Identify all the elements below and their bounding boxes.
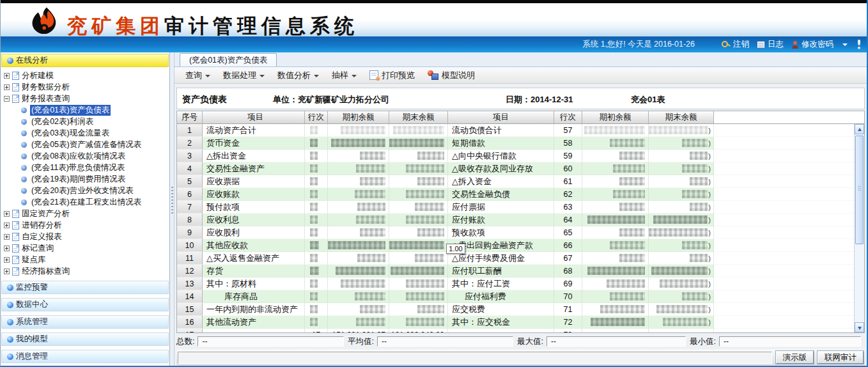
demo-version-button[interactable]: 演示版 [776, 351, 814, 364]
log-link[interactable]: 日志 [757, 39, 784, 50]
table-row[interactable]: 4 交易性金融资产 △吸收存款及同业存放 60 [177, 162, 854, 175]
amount-cell [649, 252, 714, 265]
filler-cell [714, 162, 854, 175]
column-header[interactable]: 期初余额 [328, 111, 389, 124]
tree-branch-inventory[interactable]: 进销存分析 [4, 219, 168, 231]
system-bar: 系统 1,您好! 今天是 2016-01-26 注销 日志 修改密码 [1, 36, 867, 52]
table-row[interactable]: 3 △拆出资金 △向中央银行借款 59 [177, 150, 854, 162]
column-header[interactable]: 期末余额 [389, 111, 448, 124]
online-audit-button[interactable]: 联网审计 [818, 351, 864, 364]
table-row[interactable]: 2 货币资金 短期借款 58 [177, 137, 854, 150]
change-password-link[interactable]: 修改密码 [791, 39, 833, 50]
tree-branch-analysis-modeling[interactable]: 分析建模 [4, 70, 168, 81]
line-cell [305, 150, 328, 162]
table-row[interactable]: 8 应收利息 应付账款 64 [177, 214, 854, 226]
sidebar-section-my-models[interactable]: 我的模型 [1, 332, 169, 346]
tree-leaf-report-05[interactable]: (兖会05表)资产减值准备情况表 [4, 139, 168, 150]
scroll-down-button[interactable] [855, 322, 864, 332]
column-header[interactable]: 期末余额 [649, 111, 714, 124]
tree-leaf-report-02[interactable]: (兖会02表)利润表 [4, 116, 168, 127]
table-row[interactable]: 7 预付款项 应付票据 63 [177, 201, 854, 214]
table-row[interactable]: 12 存货 应付职工薪酬 68 [177, 265, 854, 277]
table-row-partial[interactable]: 17 17 151,021,001.37 101,000,040.00 73 [177, 329, 854, 333]
filler-cell [714, 124, 854, 137]
table-row[interactable]: 16 其他流动资产 其中：应交税金 72 [177, 316, 854, 329]
tree-leaf-report-01[interactable]: (兖会01表)资产负债表 [4, 104, 168, 116]
dropdown-caret-icon[interactable] [842, 43, 848, 46]
column-header[interactable]: 期初余额 [582, 111, 649, 124]
amount-cell [389, 124, 448, 137]
table-row[interactable]: 6 应收账款 交易性金融负债 62 [177, 188, 854, 201]
sampling-menu-button[interactable]: 抽样 [326, 68, 362, 83]
line-cell [305, 201, 328, 214]
table-row[interactable]: 10 其他应收款 △卖出回购金融资产款 66 [177, 239, 854, 252]
logout-link[interactable]: 注销 [722, 39, 749, 50]
tree-branch-financial-reports[interactable]: 财务报表查询 [4, 93, 168, 104]
table-row[interactable]: 9 应收股利 预收款项 65 [177, 226, 854, 239]
expand-icon[interactable] [4, 269, 10, 274]
sidebar-section-system-management[interactable]: 系统管理 [1, 315, 169, 329]
amount-cell [649, 226, 714, 239]
tree-leaf-report-08[interactable]: (兖会08表)应收款项情况表 [4, 150, 168, 162]
amount-cell [328, 175, 389, 188]
table-row[interactable]: 5 应收票据 △拆入资金 61 [177, 175, 854, 188]
tree-branch-fixed-assets[interactable]: 固定资产分析 [4, 208, 168, 219]
vertical-scrollbar[interactable] [854, 124, 864, 332]
expand-icon[interactable] [4, 84, 10, 90]
blurred-value [310, 215, 318, 224]
scroll-up-button[interactable] [855, 124, 864, 134]
expand-icon[interactable] [4, 211, 10, 217]
query-menu-button[interactable]: 查询 [180, 68, 216, 83]
model-description-button[interactable]: 模型说明 [422, 68, 481, 83]
report-title: 资产负债表 [182, 94, 227, 105]
sidebar-section-monitoring[interactable]: 监控预警 [1, 281, 169, 294]
table-row[interactable]: 15 一年内到期的非流动资产 应交税费 71 [177, 303, 854, 316]
column-header[interactable]: 项目 [203, 111, 305, 124]
table-row[interactable]: 11 △买入返售金融资产 △应付手续费及佣金 67 [177, 252, 854, 265]
sidebar-section-messages[interactable]: 消息管理 [1, 350, 169, 363]
blurred-value [356, 318, 385, 326]
column-header[interactable]: 项目 [448, 111, 554, 124]
tree-leaf-report-11[interactable]: (兖会11表)带息负债情况表 [4, 162, 168, 173]
tree-leaf-report-21[interactable]: (兖会21表)在建工程支出情况表 [4, 196, 168, 208]
item-cell: 流动负债合计 [448, 124, 554, 137]
column-header[interactable]: 序号 [177, 111, 203, 124]
tree-branch-custom-reports[interactable]: 自定义报表 [4, 231, 168, 242]
sidebar-section-online-analysis[interactable]: 在线分析 [1, 54, 169, 67]
filler-cell [714, 329, 854, 333]
tree-branch-doubt-library[interactable]: 疑点库 [4, 254, 168, 265]
expand-icon[interactable] [4, 223, 10, 228]
sidebar-section-data-center[interactable]: 数据中心 [1, 298, 169, 311]
section-label: 数据中心 [16, 299, 48, 310]
amount-cell [582, 188, 649, 201]
table-row[interactable]: 13 其中：原材料 其中：应付工资 69 [177, 277, 854, 290]
table-row[interactable]: 14 库存商品 应付福利费 70 [177, 290, 854, 303]
numeric-analysis-menu-button[interactable]: 数值分析 [272, 68, 325, 83]
tree-branch-financial-data-analysis[interactable]: 财务数据分析 [4, 81, 168, 93]
sidebar-splitter[interactable] [170, 52, 174, 367]
line-cell: 17 [305, 329, 328, 333]
expand-icon[interactable] [4, 73, 10, 79]
table-row[interactable]: 1 流动资产合计 流动负债合计 57 [177, 124, 854, 137]
item-cell: △向中央银行借款 [448, 150, 554, 162]
tree-leaf-report-20[interactable]: (兖会20表)营业外收支情况表 [4, 185, 168, 196]
tree-leaf-report-03[interactable]: (兖会03表)现金流量表 [4, 127, 168, 139]
amount-cell [582, 239, 649, 252]
tab-balance-sheet[interactable]: (兖会01表)资产负债表 [180, 53, 277, 66]
print-preview-button[interactable]: 打印预览 [364, 68, 421, 83]
scrollbar-thumb[interactable] [855, 136, 864, 244]
expand-icon[interactable] [4, 234, 10, 240]
collapse-icon[interactable] [4, 96, 10, 102]
column-header[interactable]: 行次 [305, 111, 328, 124]
tree-branch-mark-query[interactable]: 标记查询 [4, 242, 168, 254]
tree-leaf-report-19[interactable]: (兖会19表)期间费用情况表 [4, 173, 168, 185]
document-icon [12, 244, 19, 253]
exclamation-icon[interactable] [856, 40, 862, 49]
data-processing-menu-button[interactable]: 数据处理 [217, 68, 270, 83]
expand-icon[interactable] [4, 257, 10, 263]
expand-icon[interactable] [4, 246, 10, 251]
tree-branch-economic-indicators[interactable]: 经济指标查询 [4, 265, 168, 277]
column-header[interactable]: 行次 [554, 111, 582, 124]
item-cell: 应付票据 [448, 201, 554, 214]
brand: 兖矿集团审计管理信息系统 [29, 6, 359, 36]
